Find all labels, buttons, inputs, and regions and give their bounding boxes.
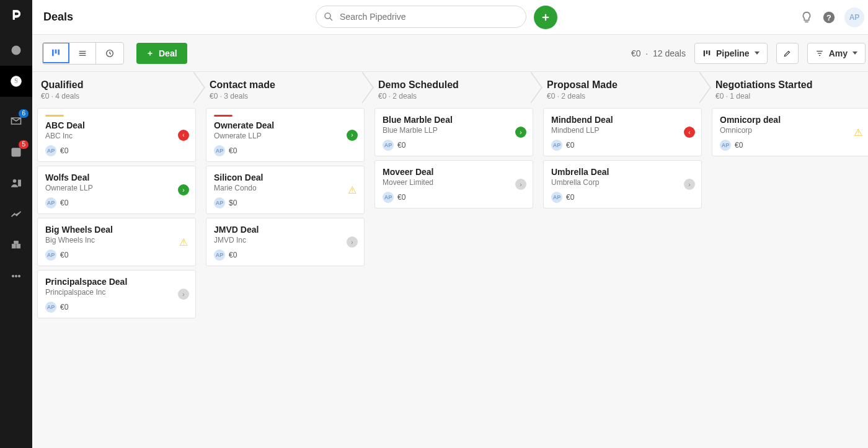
deal-amount: $0 bbox=[229, 199, 237, 207]
deal-card[interactable]: Wolfs DealOwnerate LLPAP€0› bbox=[37, 166, 196, 214]
deal-amount: €0 bbox=[60, 146, 68, 155]
pipeline-selector[interactable]: Pipeline bbox=[694, 43, 768, 64]
deal-amount: €0 bbox=[566, 141, 574, 150]
owner-avatar: AP bbox=[214, 249, 225, 261]
chevron-down-icon bbox=[755, 52, 760, 55]
deal-title: Omnicorp deal bbox=[720, 115, 862, 125]
deal-card[interactable]: Moveer DealMoveer LimitedAP€0› bbox=[374, 160, 533, 208]
deal-card[interactable]: Umbrella DealUmbrella CorpAP€0› bbox=[543, 160, 702, 208]
view-switcher bbox=[42, 42, 124, 65]
pipeline-column: Demo Scheduled€0 · 2 dealsBlue Marble De… bbox=[370, 72, 538, 448]
deal-title: Silicon Deal bbox=[214, 172, 356, 182]
deal-company: Principalspace Inc bbox=[45, 288, 188, 297]
svg-point-6 bbox=[13, 179, 16, 182]
svg-rect-7 bbox=[18, 180, 20, 186]
deal-card[interactable]: Mindbend DealMindbend LLPAP€0‹ bbox=[543, 108, 702, 156]
forecast-view-tab[interactable] bbox=[96, 43, 123, 64]
user-avatar[interactable]: AP bbox=[844, 7, 864, 27]
summary-text: €0 · 12 deals bbox=[631, 48, 686, 58]
owner-avatar: AP bbox=[214, 145, 225, 156]
deal-amount: €0 bbox=[60, 251, 68, 259]
chevron-down-icon bbox=[852, 52, 857, 55]
svg-text:?: ? bbox=[826, 12, 831, 22]
svg-rect-8 bbox=[12, 244, 16, 248]
owner-avatar: AP bbox=[383, 192, 394, 203]
status-indicator: ‹ bbox=[684, 127, 695, 138]
user-filter[interactable]: Amy bbox=[807, 43, 866, 64]
list-view-tab[interactable] bbox=[69, 43, 96, 64]
tips-icon[interactable] bbox=[800, 11, 813, 24]
deal-company: Umbrella Corp bbox=[551, 178, 694, 187]
owner-avatar: AP bbox=[551, 192, 562, 203]
svg-rect-23 bbox=[58, 49, 60, 55]
deal-amount: €0 bbox=[735, 141, 743, 150]
column-title: Proposal Made bbox=[547, 79, 698, 91]
svg-point-1 bbox=[15, 49, 18, 52]
column-title: Qualified bbox=[41, 79, 192, 91]
status-indicator: › bbox=[515, 179, 526, 190]
deal-amount: €0 bbox=[397, 193, 405, 202]
deal-card[interactable]: JMVD DealJMVD IncAP€0› bbox=[206, 218, 365, 266]
add-button[interactable] bbox=[534, 6, 557, 29]
sidebar-item-activities[interactable]: 5 bbox=[0, 137, 32, 168]
svg-rect-9 bbox=[17, 244, 20, 248]
user-filter-label: Amy bbox=[829, 48, 848, 58]
pipeline-selector-label: Pipeline bbox=[716, 48, 750, 58]
add-deal-label: Deal bbox=[159, 48, 177, 58]
pipeline-view-tab[interactable] bbox=[42, 42, 69, 63]
deal-card[interactable]: Big Wheels DealBig Wheels IncAP€0⚠ bbox=[37, 218, 196, 266]
deal-card[interactable]: Silicon DealMarie CondoAP$0⚠ bbox=[206, 166, 365, 214]
owner-avatar: AP bbox=[720, 140, 731, 151]
sidebar-item-leads[interactable] bbox=[0, 35, 32, 66]
deal-title: Mindbend Deal bbox=[551, 115, 694, 125]
deal-card[interactable]: Blue Marble DealBlue Marble LLPAP€0› bbox=[374, 108, 533, 156]
help-icon[interactable]: ? bbox=[822, 11, 836, 24]
column-summary: €0 · 2 deals bbox=[378, 92, 529, 101]
deal-card[interactable]: Omnicorp dealOmnicorpAP€0⚠ bbox=[712, 108, 868, 156]
status-indicator: › bbox=[178, 289, 189, 300]
deal-amount: €0 bbox=[229, 146, 237, 155]
edit-pipeline-button[interactable] bbox=[776, 43, 799, 64]
deal-amount: €0 bbox=[566, 193, 574, 202]
column-summary: €0 · 1 deal bbox=[715, 92, 867, 101]
deal-title: Umbrella Deal bbox=[551, 167, 694, 177]
sidebar-item-contacts[interactable] bbox=[0, 168, 32, 199]
topbar: Deals ? AP bbox=[32, 0, 868, 35]
sidebar-item-products[interactable] bbox=[0, 230, 32, 261]
owner-avatar: AP bbox=[551, 140, 562, 151]
deal-company: Ownerate LLP bbox=[214, 132, 356, 140]
deal-title: JMVD Deal bbox=[214, 225, 356, 235]
status-indicator: › bbox=[178, 184, 189, 195]
search-input[interactable] bbox=[316, 6, 526, 28]
page-title: Deals bbox=[43, 11, 73, 24]
svg-rect-21 bbox=[52, 49, 54, 56]
column-title: Contact made bbox=[210, 79, 361, 91]
deal-card[interactable]: Ownerate DealOwnerate LLPAP€0› bbox=[206, 108, 365, 162]
logo-icon[interactable] bbox=[7, 6, 25, 24]
sidebar-item-deals[interactable]: $ bbox=[0, 66, 32, 97]
deal-amount: €0 bbox=[229, 251, 237, 259]
status-indicator: ⚠ bbox=[852, 127, 864, 138]
sidebar-item-more[interactable] bbox=[0, 261, 32, 292]
deal-card[interactable]: Principalspace DealPrincipalspace IncAP€… bbox=[37, 270, 196, 318]
svg-rect-10 bbox=[14, 241, 19, 243]
deal-amount: €0 bbox=[60, 303, 68, 311]
owner-avatar: AP bbox=[45, 249, 56, 261]
pipeline-column: Contact made€0 · 3 dealsOwnerate DealOwn… bbox=[201, 72, 370, 448]
status-indicator: › bbox=[347, 130, 358, 141]
svg-point-14 bbox=[325, 13, 330, 19]
add-deal-button[interactable]: Deal bbox=[136, 43, 187, 64]
svg-rect-32 bbox=[709, 50, 710, 55]
column-title: Demo Scheduled bbox=[378, 79, 529, 91]
sidebar-item-insights[interactable] bbox=[0, 199, 32, 230]
status-indicator: › bbox=[347, 236, 358, 248]
column-summary: €0 · 4 deals bbox=[41, 92, 192, 101]
sidebar-item-mail[interactable]: 6 bbox=[0, 105, 32, 137]
column-summary: €0 · 3 deals bbox=[210, 92, 361, 101]
deal-company: Mindbend LLP bbox=[551, 126, 694, 135]
owner-avatar: AP bbox=[45, 145, 56, 156]
owner-avatar: AP bbox=[45, 302, 56, 313]
deal-card[interactable]: ABC DealABC IncAP€0‹ bbox=[37, 108, 196, 162]
card-accent bbox=[45, 115, 64, 117]
status-indicator: › bbox=[515, 127, 526, 138]
